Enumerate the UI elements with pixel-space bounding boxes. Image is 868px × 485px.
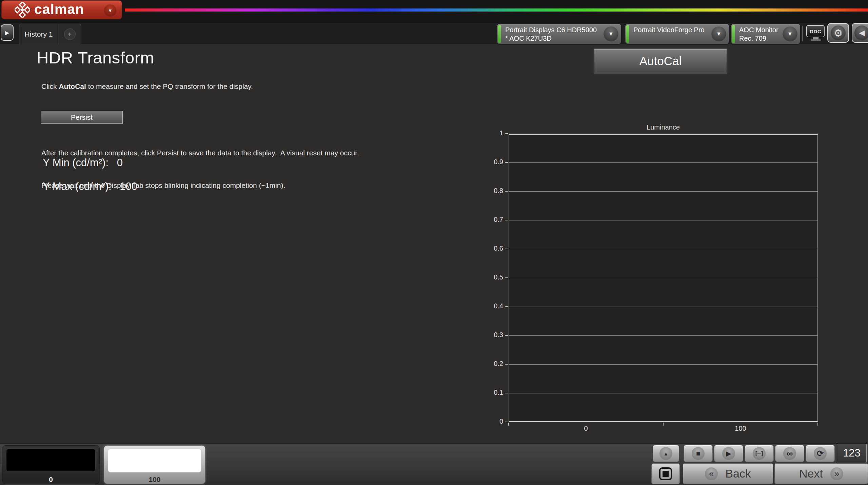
y-axis-tick [505, 364, 508, 365]
gear-icon: ⚙ [831, 25, 846, 40]
gridline [509, 220, 817, 220]
pattern-patch-0[interactable]: 0 [2, 445, 100, 484]
y-axis-tick-label: 0.6 [479, 245, 503, 252]
pattern-patch-100-selected[interactable]: 100 [104, 445, 205, 484]
y-axis-tick [505, 422, 508, 422]
menu-dropdown-arrow-icon: ▼ [104, 4, 116, 17]
y-axis-tick-label: 0.1 [479, 389, 503, 396]
gridline [509, 249, 817, 249]
instruction-bold: AutoCal [59, 82, 86, 90]
refresh-icon: ⟳ [814, 447, 827, 460]
patch-label: 0 [2, 476, 99, 484]
ddc-monitor-button[interactable]: DDC [806, 25, 825, 43]
pattern-window-button[interactable] [651, 463, 680, 484]
persist-button[interactable]: Persist [41, 111, 123, 124]
y-axis-tick-label: 0.2 [479, 360, 503, 368]
add-tab-button[interactable]: + [58, 24, 81, 44]
tab-scroll-button[interactable]: ▶ [1, 24, 14, 41]
gridline [509, 162, 817, 163]
calman-diamond-icon [15, 2, 30, 18]
arrow-up-icon: ▲ [659, 447, 672, 460]
y-axis-tick [505, 306, 508, 307]
plus-icon: + [64, 28, 76, 40]
interval-button[interactable]: [··] [745, 445, 774, 462]
page-title: HDR Transform [37, 48, 154, 67]
chevron-left-icon: ◀ [854, 25, 868, 40]
y-axis-tick-label: 0.8 [479, 187, 503, 195]
tab-container: History 1 + [19, 24, 81, 44]
refresh-button[interactable]: ⟳ [806, 445, 835, 462]
gridline [509, 307, 817, 307]
patch-swatch-white [108, 449, 201, 472]
tab-history-1[interactable]: History 1 [19, 24, 58, 44]
instruction-suffix: to measure and set the PQ transform for … [86, 82, 253, 90]
patch-swatch-black [6, 449, 96, 472]
chevrons-left-icon: « [705, 467, 718, 480]
gridline [509, 335, 817, 336]
meter-status-stripe [498, 25, 501, 43]
gridline [509, 364, 817, 365]
gridline [509, 278, 817, 278]
play-icon: ▶ [722, 447, 735, 460]
next-button[interactable]: Next » [774, 463, 868, 484]
interval-icon: [··] [753, 447, 766, 460]
display-name: AOC Monitor [739, 26, 778, 34]
y-max-value: 100 [120, 180, 137, 192]
display-colorspace: Rec. 709 [739, 34, 778, 43]
autocal-button[interactable]: AutoCal [594, 49, 727, 73]
meter-dropdown[interactable]: Portrait Displays C6 HDR5000 * AOC K27U3… [497, 24, 621, 44]
persist-note: After the calibration completes, click P… [41, 126, 359, 213]
top-bar [0, 0, 868, 23]
instruction-prefix: Click [41, 82, 59, 90]
x-axis-tick [508, 423, 509, 426]
play-button[interactable]: ▶ [714, 445, 743, 462]
main-menu-logo-button[interactable]: calman ▼ [1, 0, 122, 19]
back-button[interactable]: « Back [683, 463, 773, 484]
settings-button[interactable]: ⚙ [827, 23, 849, 43]
scroll-patches-up-button[interactable]: ▲ [653, 445, 679, 462]
collapse-panel-button[interactable]: ◀ [852, 23, 868, 43]
x-axis-tick [663, 423, 664, 426]
chevron-down-icon: ▼ [783, 26, 797, 41]
y-axis-tick [505, 220, 508, 220]
y-axis-tick-label: 0 [479, 418, 503, 425]
generator-dropdown[interactable]: Portrait VideoForge Pro ▼ [625, 24, 729, 44]
y-axis-tick-label: 1 [479, 129, 503, 137]
pattern-level-counter[interactable]: 123 [837, 444, 867, 462]
y-max-readout: Y Max (cd/m²): 100 [43, 180, 137, 193]
y-axis-tick-label: 0.7 [479, 216, 503, 224]
x-axis-tick [817, 423, 818, 426]
y-min-value: 0 [117, 157, 123, 169]
x-axis-tick-label: 100 [727, 425, 754, 432]
app-window: calman ▼ ▶ History 1 + Portrait Displays… [0, 0, 868, 485]
pattern-window-icon [659, 467, 672, 480]
stop-icon: ■ [692, 447, 705, 460]
patch-label: 100 [104, 476, 205, 484]
y-axis-tick-label: 0.4 [479, 302, 503, 310]
chart-title: Luminance [509, 123, 818, 131]
y-min-label: Y Min (cd/m²): [43, 157, 108, 169]
y-axis-tick [505, 277, 508, 278]
ddc-monitor-base [811, 39, 821, 41]
gridline [509, 191, 817, 192]
tab-scroll-icon: ▶ [5, 30, 9, 36]
meter-target: * AOC K27U3D [505, 34, 597, 43]
y-axis-tick-label: 0.5 [479, 273, 503, 281]
x-axis-tick-label: 0 [572, 425, 599, 432]
y-max-label: Y Max (cd/m²): [43, 180, 112, 192]
next-label: Next [799, 467, 823, 480]
logo-text: calman [34, 2, 84, 18]
chevron-down-icon: ▼ [604, 26, 618, 41]
luminance-chart-plot [509, 134, 818, 422]
back-label: Back [725, 467, 751, 480]
pattern-window-icon-fill [663, 471, 669, 477]
ddc-monitor-icon: DDC [806, 25, 825, 37]
generator-status-stripe [626, 25, 629, 43]
y-axis-tick [505, 249, 508, 249]
stop-button[interactable]: ■ [684, 445, 713, 462]
display-dropdown[interactable]: AOC Monitor Rec. 709 ▼ [731, 24, 800, 44]
infinity-icon: ∞ [783, 447, 796, 460]
y-min-readout: Y Min (cd/m²): 0 [43, 157, 123, 169]
header-separator [802, 26, 803, 41]
loop-button[interactable]: ∞ [775, 445, 804, 462]
